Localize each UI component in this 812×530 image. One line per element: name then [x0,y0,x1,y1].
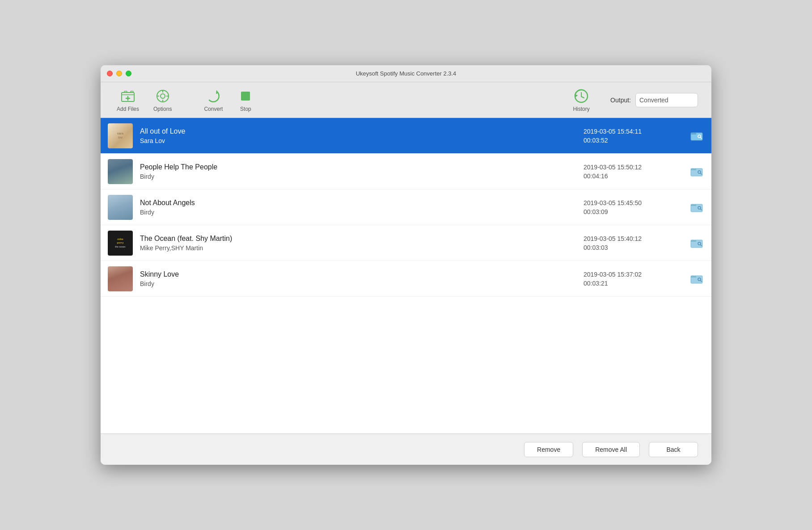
song-date: 2019-03-05 15:54:11 [584,128,642,135]
table-row[interactable]: People Help The People Birdy 2019-03-05 … [101,154,711,189]
history-button[interactable]: History [566,84,597,116]
svg-rect-26 [691,276,696,278]
svg-rect-14 [691,133,696,135]
window-title: Ukeysoft Spotify Music Converter 2.3.4 [356,70,457,77]
svg-rect-17 [691,168,696,170]
options-icon [155,88,171,104]
song-info: Not About Angels Birdy [140,199,576,216]
song-date: 2019-03-05 15:37:02 [584,271,642,278]
open-folder-button[interactable] [689,272,704,286]
song-date: 2019-03-05 15:50:12 [584,164,642,171]
song-artist: Birdy [140,280,576,287]
song-title: Not About Angels [140,199,576,207]
album-art [108,159,133,184]
album-art [108,195,133,220]
song-meta: 2019-03-05 15:50:12 00:04:16 [584,164,673,180]
remove-all-button[interactable]: Remove All [582,442,640,457]
svg-rect-23 [691,240,696,242]
convert-icon [205,88,221,104]
maximize-button[interactable] [126,71,131,76]
stop-icon [237,88,254,104]
song-duration: 00:03:52 [584,137,608,144]
add-files-icon [120,88,136,104]
footer: Remove Remove All Back [101,433,711,465]
output-area: Output: Converted Desktop Music Document… [610,93,698,107]
table-row[interactable]: Skinny Love Birdy 2019-03-05 15:37:02 00… [101,261,711,297]
song-title: People Help The People [140,163,576,171]
song-duration: 00:04:16 [584,172,608,180]
table-row[interactable]: Not About Angels Birdy 2019-03-05 15:45:… [101,189,711,225]
history-label: History [573,106,589,112]
song-meta: 2019-03-05 15:54:11 00:03:52 [584,128,673,144]
song-meta: 2019-03-05 15:40:12 00:03:03 [584,235,673,251]
song-meta: 2019-03-05 15:37:02 00:03:21 [584,271,673,287]
open-folder-button[interactable] [689,165,704,178]
open-folder-button[interactable] [689,201,704,214]
song-date: 2019-03-05 15:45:50 [584,199,642,206]
traffic-lights [107,71,131,76]
song-title: Skinny Love [140,270,576,278]
svg-line-12 [581,97,584,98]
table-row[interactable]: mikeperrythe ocean The Ocean (feat. Shy … [101,225,711,261]
song-list: saralov All out of Love Sara Lov 2019-03… [101,118,711,433]
convert-button[interactable]: Convert [197,84,230,116]
song-duration: 00:03:09 [584,208,608,215]
output-dropdown[interactable]: Converted Desktop Music Documents [635,93,698,107]
history-icon [573,88,589,104]
add-files-label: Add Files [117,106,139,112]
song-info: People Help The People Birdy [140,163,576,180]
song-artist: Sara Lov [140,137,576,144]
song-meta: 2019-03-05 15:45:50 00:03:09 [584,199,673,215]
back-button[interactable]: Back [649,442,698,457]
svg-rect-9 [241,92,250,101]
song-artist: Mike Perry,SHY Martin [140,244,576,252]
title-bar: Ukeysoft Spotify Music Converter 2.3.4 [101,65,711,82]
main-window: Ukeysoft Spotify Music Converter 2.3.4 A… [101,65,711,465]
song-info: Skinny Love Birdy [140,270,576,287]
svg-point-4 [161,94,165,98]
song-artist: Birdy [140,209,576,216]
svg-rect-20 [691,204,696,206]
song-info: The Ocean (feat. Shy Martin) Mike Perry,… [140,235,576,252]
minimize-button[interactable] [116,71,122,76]
open-folder-button[interactable] [689,129,704,143]
album-art: saralov [108,123,133,148]
stop-button[interactable]: Stop [230,84,261,116]
song-artist: Birdy [140,173,576,180]
close-button[interactable] [107,71,113,76]
song-info: All out of Love Sara Lov [140,127,576,144]
content-area: saralov All out of Love Sara Lov 2019-03… [101,118,711,433]
remove-button[interactable]: Remove [524,442,573,457]
song-date: 2019-03-05 15:40:12 [584,235,642,242]
convert-label: Convert [204,106,223,112]
open-folder-button[interactable] [689,236,704,250]
stop-label: Stop [240,106,251,112]
table-row[interactable]: saralov All out of Love Sara Lov 2019-03… [101,118,711,154]
options-label: Options [153,106,172,112]
album-art [108,266,133,291]
options-button[interactable]: Options [146,84,179,116]
song-title: The Ocean (feat. Shy Martin) [140,235,576,243]
output-dropdown-wrapper[interactable]: Converted Desktop Music Documents [635,93,698,107]
add-files-button[interactable]: Add Files [110,84,146,116]
song-title: All out of Love [140,127,576,135]
toolbar: Add Files Options [101,82,711,118]
song-duration: 00:03:21 [584,280,608,287]
output-label: Output: [610,97,631,104]
album-art: mikeperrythe ocean [108,231,133,256]
song-duration: 00:03:03 [584,244,608,251]
